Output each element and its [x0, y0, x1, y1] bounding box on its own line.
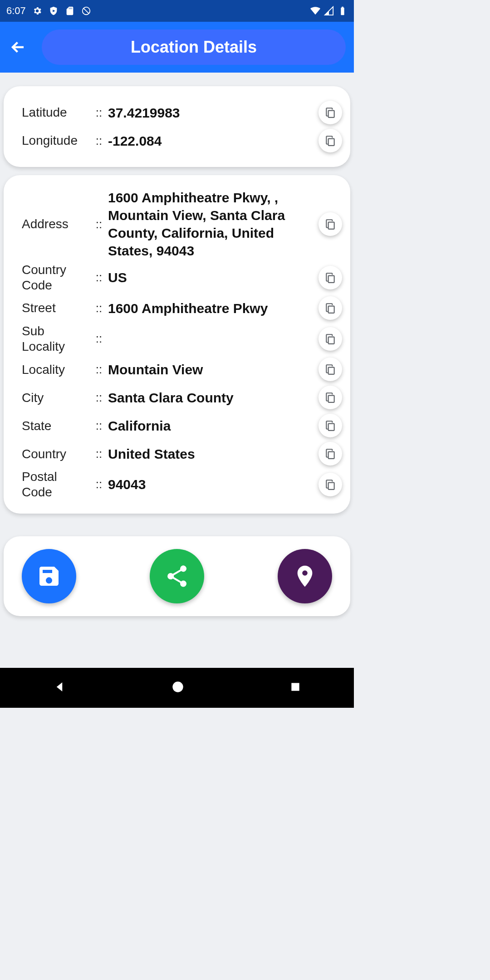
- card-address: Address :: 1600 Amphitheatre Pkwy, , Mou…: [4, 175, 350, 514]
- copy-sub-locality-button[interactable]: [318, 327, 342, 351]
- sep: ::: [90, 106, 108, 120]
- content: Latitude :: 37.4219983 Longitude :: -122…: [0, 73, 354, 668]
- copy-icon: [324, 135, 336, 147]
- svg-rect-1: [328, 139, 334, 146]
- value-address: 1600 Amphitheatre Pkwy, , Mountain View,…: [108, 189, 318, 260]
- label-longitude: Longitude: [22, 133, 90, 148]
- copy-icon: [324, 392, 336, 403]
- row-postal-code: Postal Code :: 94043: [22, 469, 342, 500]
- copy-latitude-button[interactable]: [318, 101, 342, 124]
- sep: ::: [90, 217, 108, 231]
- sep: ::: [90, 134, 108, 148]
- label-address: Address: [22, 216, 90, 232]
- battery-icon: [338, 6, 348, 16]
- save-button[interactable]: [22, 549, 76, 603]
- copy-icon: [324, 107, 336, 118]
- row-longitude: Longitude :: -122.084: [22, 128, 342, 153]
- sep: ::: [90, 477, 108, 491]
- location-button[interactable]: [278, 549, 332, 603]
- row-country-code: Country Code :: US: [22, 262, 342, 293]
- copy-icon: [324, 479, 336, 490]
- value-state: California: [108, 417, 318, 435]
- share-button[interactable]: [150, 549, 204, 603]
- svg-rect-5: [328, 337, 334, 343]
- save-icon: [36, 564, 62, 589]
- svg-rect-0: [328, 111, 334, 118]
- nav-bar: [0, 668, 354, 708]
- label-locality: Locality: [22, 362, 90, 377]
- svg-rect-12: [291, 683, 299, 691]
- square-recent-icon: [289, 681, 301, 693]
- label-latitude: Latitude: [22, 105, 90, 120]
- copy-state-button[interactable]: [318, 414, 342, 437]
- nav-back-button[interactable]: [53, 680, 66, 696]
- value-country: United States: [108, 445, 318, 463]
- row-sub-locality: Sub Locality ::: [22, 323, 342, 354]
- svg-rect-8: [328, 424, 334, 431]
- copy-icon: [324, 420, 336, 431]
- label-state: State: [22, 418, 90, 434]
- value-postal-code: 94043: [108, 475, 318, 493]
- triangle-back-icon: [53, 680, 66, 694]
- label-city: City: [22, 390, 90, 406]
- status-bar: 6:07: [0, 0, 354, 22]
- circle-home-icon: [172, 681, 184, 693]
- page-title: Location Details: [42, 29, 346, 65]
- sep: ::: [90, 270, 108, 284]
- wifi-icon: [310, 6, 320, 16]
- pin-icon: [292, 564, 318, 589]
- copy-icon: [324, 333, 336, 345]
- copy-postal-code-button[interactable]: [318, 473, 342, 496]
- status-left: 6:07: [6, 5, 91, 17]
- svg-rect-4: [328, 306, 334, 313]
- sep: ::: [90, 391, 108, 405]
- row-locality: Locality :: Mountain View: [22, 357, 342, 382]
- label-street: Street: [22, 300, 90, 316]
- row-address: Address :: 1600 Amphitheatre Pkwy, , Mou…: [22, 189, 342, 260]
- label-postal-code: Postal Code: [22, 469, 90, 500]
- sep: ::: [90, 447, 108, 461]
- copy-icon: [324, 448, 336, 460]
- svg-point-11: [172, 681, 183, 692]
- copy-longitude-button[interactable]: [318, 129, 342, 152]
- signal-icon: [324, 6, 334, 16]
- copy-icon: [324, 302, 336, 314]
- card-coordinates: Latitude :: 37.4219983 Longitude :: -122…: [4, 86, 350, 167]
- share-icon: [164, 564, 190, 589]
- sd-card-icon: [65, 6, 75, 16]
- row-country: Country :: United States: [22, 441, 342, 466]
- copy-street-button[interactable]: [318, 296, 342, 320]
- svg-rect-2: [328, 222, 334, 229]
- dnd-icon: [81, 6, 91, 16]
- nav-recent-button[interactable]: [289, 681, 301, 695]
- copy-country-code-button[interactable]: [318, 266, 342, 289]
- value-street: 1600 Amphitheatre Pkwy: [108, 299, 318, 317]
- row-street: Street :: 1600 Amphitheatre Pkwy: [22, 295, 342, 321]
- status-right: [310, 6, 348, 16]
- label-sub-locality: Sub Locality: [22, 323, 90, 354]
- row-city: City :: Santa Clara County: [22, 385, 342, 410]
- app-bar: Location Details: [0, 22, 354, 73]
- copy-icon: [324, 363, 336, 375]
- copy-country-button[interactable]: [318, 442, 342, 466]
- value-locality: Mountain View: [108, 361, 318, 378]
- value-latitude: 37.4219983: [108, 104, 318, 122]
- label-country-code: Country Code: [22, 262, 90, 293]
- copy-address-button[interactable]: [318, 212, 342, 236]
- copy-city-button[interactable]: [318, 386, 342, 409]
- sep: ::: [90, 363, 108, 377]
- sep: ::: [90, 301, 108, 315]
- gear-icon: [32, 6, 42, 16]
- row-latitude: Latitude :: 37.4219983: [22, 100, 342, 125]
- shield-play-icon: [49, 6, 59, 16]
- nav-home-button[interactable]: [172, 681, 184, 695]
- svg-rect-7: [328, 396, 334, 402]
- svg-rect-3: [328, 275, 334, 282]
- value-country-code: US: [108, 269, 318, 286]
- copy-locality-button[interactable]: [318, 358, 342, 381]
- copy-icon: [324, 272, 336, 284]
- status-time: 6:07: [6, 5, 26, 17]
- back-button[interactable]: [8, 37, 28, 57]
- svg-rect-10: [328, 483, 334, 490]
- value-city: Santa Clara County: [108, 389, 318, 407]
